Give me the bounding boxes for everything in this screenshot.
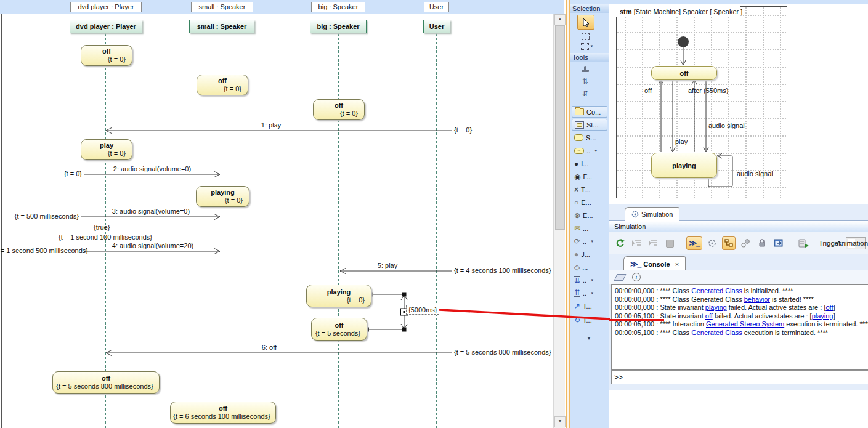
message-label-2[interactable]: 2: audio signal(volume=0) <box>113 165 191 172</box>
palette-item-fork[interactable]: ⇊..▼ <box>572 274 607 286</box>
lifeline-head-user[interactable]: User <box>423 20 450 33</box>
transition-label-play[interactable]: play <box>675 138 688 145</box>
compress-spacing-tool[interactable]: ⇵ <box>579 89 591 99</box>
marquee-select-tool[interactable] <box>579 32 591 41</box>
console-input-prompt[interactable]: >> <box>611 370 868 384</box>
simulation-options-button[interactable] <box>705 236 719 250</box>
dropdown-arrow-icon[interactable]: ▼ <box>590 44 594 48</box>
group-select-tool[interactable]: ▼ <box>577 42 598 50</box>
console-toggle-button[interactable]: ≫_ <box>686 236 702 250</box>
transition-label-audio-signal-self[interactable]: audio signal <box>737 170 773 177</box>
palette-header-selection[interactable]: Selection <box>570 4 609 13</box>
console-link[interactable]: playing <box>812 312 834 320</box>
dropdown-arrow-icon[interactable]: ▼ <box>594 149 598 153</box>
palette-item-history[interactable]: ⟳..▼ <box>572 235 607 247</box>
palette-item-transition-to-self[interactable]: ↻T... <box>572 314 607 326</box>
console-link[interactable]: off <box>825 304 833 311</box>
scroll-down-button[interactable]: ▼ <box>554 416 566 427</box>
clear-console-icon[interactable] <box>614 274 627 281</box>
state-invariant-off-5s-big[interactable]: off{t = 5 seconds} <box>311 318 367 341</box>
palette-item-choice[interactable]: ◇... <box>572 261 607 273</box>
console-link[interactable]: playing <box>705 304 727 311</box>
scroll-up-button[interactable]: ▲ <box>554 14 566 25</box>
message-label-6[interactable]: 6: off <box>262 344 277 351</box>
palette-item-junction[interactable]: ●J... <box>572 248 607 260</box>
console-link[interactable]: Generated Stereo System <box>706 320 784 328</box>
make-same-spacing-tool[interactable]: ⇅ <box>579 76 591 86</box>
palette-item-signal[interactable]: ✉... <box>572 222 607 234</box>
message-label-5[interactable]: 5: play <box>378 262 397 269</box>
palette-item-composite[interactable]: ↔..▼ <box>572 145 607 156</box>
palette-item-join[interactable]: ⇈..▼ <box>572 287 607 299</box>
run-button[interactable] <box>613 236 627 250</box>
palette-item-state-invariant[interactable]: St... <box>572 119 607 131</box>
state-invariant-off-dvd[interactable]: off{t = 0} <box>81 45 132 66</box>
breakpoints-button[interactable] <box>739 236 752 250</box>
palette-item-common[interactable]: Co... <box>572 106 607 118</box>
time-constraint-2[interactable]: {t = 0} <box>39 170 82 177</box>
transition-label-after-550ms[interactable]: after (550ms) <box>688 87 728 94</box>
step-into-button-disabled[interactable] <box>630 236 643 250</box>
time-constraint-4[interactable]: {t = 1 second 500 milliseconds} <box>0 247 82 254</box>
sequence-diagram-canvas[interactable] <box>0 14 553 428</box>
stm-frame-title[interactable]: stm [State Machine] Speaker [ Speaker ] <box>616 6 740 17</box>
step-over-button-disabled[interactable] <box>646 236 660 250</box>
tab-console[interactable]: ≫_ Console × <box>623 256 686 271</box>
palette-scroll-more-arrow[interactable]: ▼ <box>586 336 591 341</box>
server-run-button[interactable] <box>797 236 810 250</box>
message-label-4[interactable]: 4: audio signal(volume=20) <box>112 242 193 249</box>
guard-true-label[interactable]: {true} <box>94 224 110 231</box>
console-link[interactable]: off <box>705 312 713 320</box>
state-invariant-off-5s800-dvd[interactable]: off{t = 5 seconds 800 milliseconds} <box>52 371 160 394</box>
panel-splitter[interactable] <box>566 0 570 428</box>
message-label-3[interactable]: 3: audio signal(volume=0) <box>112 208 190 215</box>
palette-item-initial[interactable]: ●I... <box>572 158 607 169</box>
close-tab-icon[interactable]: × <box>675 260 679 268</box>
lifeline-head-big-speaker[interactable]: big : Speaker <box>310 20 367 33</box>
palette-item-state[interactable]: S... <box>572 132 607 143</box>
state-invariant-playing-small[interactable]: playing{t = 0} <box>196 186 249 207</box>
state-invariant-playing-big-selected[interactable]: playing{t = 0} <box>306 285 371 307</box>
console-link[interactable]: Generated Class <box>691 329 742 336</box>
console-output[interactable]: 00:00:00,000 : **** Class Generated Clas… <box>611 284 868 370</box>
open-in-window-button[interactable] <box>772 236 785 250</box>
dropdown-arrow-icon[interactable]: ▼ <box>590 291 594 295</box>
dropdown-arrow-icon[interactable]: ▼ <box>590 278 594 282</box>
state-invariant-off-big[interactable]: off{t = 0} <box>313 99 365 120</box>
duration-constraint-label[interactable]: {5000ms} <box>406 305 439 315</box>
lock-button[interactable] <box>755 236 769 250</box>
state-invariant-off-6s100-small[interactable]: off{t = 6 seconds 100 milliseconds} <box>170 402 276 424</box>
tab-simulation[interactable]: Simulation <box>625 207 679 221</box>
scrollbar-thumb[interactable] <box>555 25 565 230</box>
vertical-scrollbar[interactable]: ▲ ▼ <box>553 14 565 428</box>
palette-item-transition[interactable]: ↗T... <box>572 300 607 312</box>
time-constraint-6[interactable]: {t = 5 seconds 800 milliseconds} <box>454 349 551 356</box>
palette-header-tools[interactable]: Tools <box>570 53 609 62</box>
stm-state-playing[interactable]: playing <box>651 153 717 178</box>
dropdown-arrow-icon[interactable]: ▼ <box>590 240 594 243</box>
header-lifeline-user[interactable]: User <box>424 2 449 12</box>
header-lifeline-small-speaker[interactable]: small : Speaker <box>191 2 253 12</box>
time-constraint-1s100[interactable]: {t = 1 second 100 milliseconds} <box>59 233 152 241</box>
info-icon[interactable]: i <box>632 273 641 281</box>
stamp-tool[interactable] <box>579 64 591 74</box>
header-lifeline-dvd-player[interactable]: dvd player : Player <box>70 2 142 12</box>
message-label-1[interactable]: 1: play <box>261 121 281 129</box>
cursor-tool-button-selected[interactable] <box>577 15 594 30</box>
variables-tree-toggle-button[interactable] <box>722 236 736 250</box>
time-constraint-5[interactable]: {t = 4 seconds 100 milliseconds} <box>454 267 551 274</box>
time-constraint-1[interactable]: {t = 0} <box>454 126 472 134</box>
state-invariant-play-dvd[interactable]: play{t = 0} <box>81 139 132 160</box>
console-link[interactable]: Generated Class <box>691 287 742 294</box>
transition-label-audio-signal[interactable]: audio signal <box>708 122 745 129</box>
lifeline-head-small-speaker[interactable]: small : Speaker <box>189 20 254 33</box>
stop-button-disabled[interactable] <box>663 236 676 250</box>
transition-label-off[interactable]: off <box>644 87 652 94</box>
palette-item-entry-point[interactable]: ○E... <box>572 196 607 208</box>
palette-item-exit-point[interactable]: ⊗E... <box>572 209 607 221</box>
lifeline-head-dvd-player[interactable]: dvd player : Player <box>70 20 142 33</box>
palette-item-terminate[interactable]: ×T... <box>572 184 607 195</box>
time-constraint-3[interactable]: {t = 500 milliseconds} <box>3 212 79 220</box>
palette-item-final[interactable]: ◉F... <box>572 171 607 182</box>
state-invariant-off-small[interactable]: off{t = 0} <box>197 75 248 95</box>
